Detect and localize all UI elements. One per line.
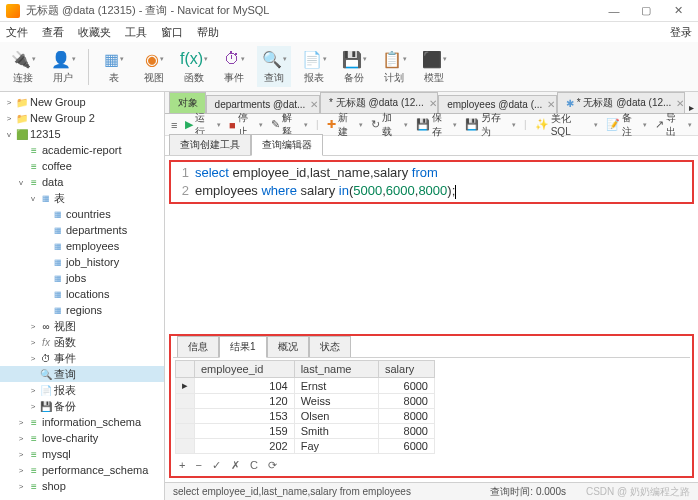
rtab-profile[interactable]: 概况	[267, 336, 309, 357]
tree-New Group 2[interactable]: >📁New Group 2	[0, 110, 164, 126]
table-row[interactable]: 159Smith8000	[176, 424, 435, 439]
menu-帮助[interactable]: 帮助	[197, 25, 219, 40]
tree-12315[interactable]: v🟩12315	[0, 126, 164, 142]
sql-editor[interactable]: 12 select employee_id,last_name,salary f…	[173, 164, 690, 200]
tree-information_schema[interactable]: >≡information_schema	[0, 414, 164, 430]
tree-countries[interactable]: ▦countries	[0, 206, 164, 222]
toolbar-模型[interactable]: ⬛▾模型	[417, 46, 451, 87]
query-toolbar: ≡▶运行▾■停止▾✎解释▾|✚新建▾↻加载▾💾保存▾💾另存为▾|✨美化 SQL▾…	[165, 114, 698, 136]
menu-工具[interactable]: 工具	[125, 25, 147, 40]
close-icon: ✕	[310, 99, 318, 110]
tree-regions[interactable]: ▦regions	[0, 302, 164, 318]
qbtn-[interactable]: ≡	[171, 119, 177, 131]
toolbar-查询[interactable]: 🔍▾查询	[257, 46, 291, 87]
col-employee-id[interactable]: employee_id	[195, 361, 295, 378]
toolbar-函数[interactable]: f(x)▾函数	[177, 46, 211, 87]
tree-函数[interactable]: >fx函数	[0, 334, 164, 350]
tree-coffee[interactable]: ≡coffee	[0, 158, 164, 174]
result-grid[interactable]: employee_id last_name salary ▸104Ernst60…	[175, 360, 435, 454]
rnav-btn[interactable]: −	[195, 459, 201, 471]
table-row[interactable]: ▸104Ernst6000	[176, 378, 435, 394]
tree-shop[interactable]: >≡shop	[0, 478, 164, 494]
tree-表[interactable]: v▦表	[0, 190, 164, 206]
tree-备份[interactable]: >💾备份	[0, 398, 164, 414]
rtab-result1[interactable]: 结果1	[219, 336, 267, 358]
tree-job_history[interactable]: ▦job_history	[0, 254, 164, 270]
result-tabs: 信息 结果1 概况 状态	[173, 338, 690, 358]
table-row[interactable]: 120Weiss8000	[176, 394, 435, 409]
status-bar: select employee_id,last_name,salary from…	[165, 482, 698, 500]
rtab-status[interactable]: 状态	[309, 336, 351, 357]
menu-登录[interactable]: 登录	[670, 25, 692, 40]
tree-查询[interactable]: 🔍查询	[0, 366, 164, 382]
toolbar-计划[interactable]: 📋▾计划	[377, 46, 411, 87]
menu-文件[interactable]: 文件	[6, 25, 28, 40]
app-logo-icon	[6, 4, 20, 18]
maximize-button[interactable]: ▢	[632, 2, 660, 20]
toolbar-表[interactable]: ▦▾表	[97, 46, 131, 87]
toolbar-备份[interactable]: 💾▾备份	[337, 46, 371, 87]
subtab-editor[interactable]: 查询编辑器	[251, 134, 323, 156]
sql-code[interactable]: select employee_id,last_name,salary from…	[195, 164, 690, 200]
toolbar-用户[interactable]: 👤▾用户	[46, 46, 80, 87]
qbtn-备注[interactable]: 📝备注▾	[606, 111, 647, 139]
rnav-btn[interactable]: ⟳	[268, 459, 277, 472]
minimize-button[interactable]: —	[600, 2, 628, 20]
toolbar-连接[interactable]: 🔌▾连接	[6, 46, 40, 87]
tree-data[interactable]: v≡data	[0, 174, 164, 190]
table-row[interactable]: 153Olsen8000	[176, 409, 435, 424]
tree-departments[interactable]: ▦departments	[0, 222, 164, 238]
title-bar: 无标题 @data (12315) - 查询 - Navicat for MyS…	[0, 0, 698, 22]
menu-查看[interactable]: 查看	[42, 25, 64, 40]
qbtn-新建[interactable]: ✚新建▾	[327, 111, 364, 139]
subtab-builder[interactable]: 查询创建工具	[169, 134, 251, 155]
tree-academic-report[interactable]: ≡academic-report	[0, 142, 164, 158]
window-title: 无标题 @data (12315) - 查询 - Navicat for MyS…	[26, 3, 600, 18]
tree-jobs[interactable]: ▦jobs	[0, 270, 164, 286]
qbtn-另存为[interactable]: 💾另存为▾	[465, 111, 516, 139]
close-icon: ✕	[547, 99, 555, 110]
tree-视图[interactable]: >∞视图	[0, 318, 164, 334]
connection-tree[interactable]: >📁New Group>📁New Group 2v🟩12315≡academic…	[0, 92, 165, 500]
tree-事件[interactable]: >⏱事件	[0, 350, 164, 366]
results-highlight: 信息 结果1 概况 状态 employee_id last_name salar…	[169, 334, 694, 478]
main-toolbar: 🔌▾连接👤▾用户▦▾表◉▾视图f(x)▾函数⏱▾事件🔍▾查询📄▾报表💾▾备份📋▾…	[0, 42, 698, 92]
qbtn-保存[interactable]: 💾保存▾	[416, 111, 457, 139]
query-subtabs: 查询创建工具 查询编辑器	[165, 136, 698, 156]
status-watermark: CSDN @ 奶奶编程之路	[586, 485, 690, 499]
tree-love-charity[interactable]: >≡love-charity	[0, 430, 164, 446]
tree-sys[interactable]: >≡sys	[0, 494, 164, 500]
close-icon: ✕	[429, 98, 437, 109]
result-nav-bar: +−✓✗C⟳	[173, 456, 690, 474]
col-salary[interactable]: salary	[378, 361, 434, 378]
qbtn-加载[interactable]: ↻加载▾	[371, 111, 408, 139]
menu-窗口[interactable]: 窗口	[161, 25, 183, 40]
toolbar-报表[interactable]: 📄▾报表	[297, 46, 331, 87]
tree-performance_schema[interactable]: >≡performance_schema	[0, 462, 164, 478]
status-query: select employee_id,last_name,salary from…	[173, 486, 411, 497]
qbtn-美化 SQL[interactable]: ✨美化 SQL▾	[535, 112, 598, 137]
toolbar-视图[interactable]: ◉▾视图	[137, 46, 171, 87]
tree-locations[interactable]: ▦locations	[0, 286, 164, 302]
status-time: 查询时间: 0.000s	[490, 485, 566, 499]
qbtn-导出[interactable]: ↗导出▾	[655, 111, 692, 139]
rnav-btn[interactable]: +	[179, 459, 185, 471]
tree-New Group[interactable]: >📁New Group	[0, 94, 164, 110]
rnav-btn[interactable]: ✓	[212, 459, 221, 472]
tree-mysql[interactable]: >≡mysql	[0, 446, 164, 462]
sql-editor-highlight: 12 select employee_id,last_name,salary f…	[169, 160, 694, 204]
close-button[interactable]: ✕	[664, 2, 692, 20]
tree-报表[interactable]: >📄报表	[0, 382, 164, 398]
line-gutter: 12	[173, 164, 195, 200]
close-icon: ✕	[676, 98, 684, 109]
rtab-info[interactable]: 信息	[177, 336, 219, 357]
rnav-btn[interactable]: C	[250, 459, 258, 471]
toolbar-事件[interactable]: ⏱▾事件	[217, 46, 251, 87]
col-last-name[interactable]: last_name	[294, 361, 378, 378]
menu-bar: 文件查看收藏夹工具窗口帮助登录	[0, 22, 698, 42]
tree-employees[interactable]: ▦employees	[0, 238, 164, 254]
menu-收藏夹[interactable]: 收藏夹	[78, 25, 111, 40]
table-row[interactable]: 202Fay6000	[176, 439, 435, 454]
rnav-btn[interactable]: ✗	[231, 459, 240, 472]
